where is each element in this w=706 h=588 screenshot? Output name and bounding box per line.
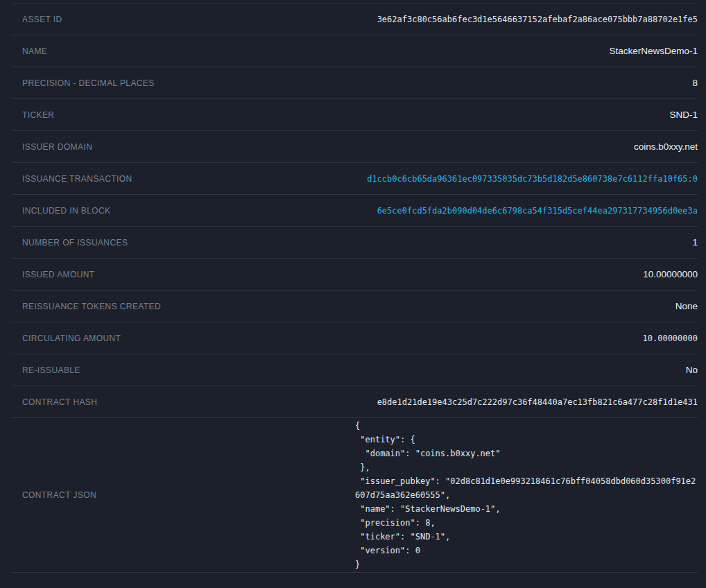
re-issuable-label: RE-ISSUABLE: [22, 365, 80, 375]
contract-hash-value: e8de1d21de19e43c25d7c222d97c36f48440a7ec…: [377, 397, 698, 407]
row-asset-id: ASSET ID 3e62af3c80c56ab6fec3d1e56466371…: [11, 3, 698, 35]
name-value: StackerNewsDemo-1: [609, 46, 698, 56]
issuer-domain-value: coins.b0xxy.net: [634, 141, 698, 152]
row-re-issuable: RE-ISSUABLE No: [11, 354, 698, 386]
row-circulating-amount: CIRCULATING AMOUNT 10.00000000: [11, 322, 698, 354]
row-precision: PRECISION - DECIMAL PLACES 8: [11, 67, 698, 99]
included-in-block-value: 6e5ce0fcd5fda2b090d04de6c6798ca54f315d5c…: [377, 206, 698, 216]
name-label: NAME: [22, 46, 47, 56]
number-of-issuances-label: NUMBER OF ISSUANCES: [22, 238, 128, 248]
circulating-amount-value: 10.00000000: [643, 334, 698, 343]
row-ticker: TICKER SND-1: [11, 99, 698, 131]
issued-amount-label: ISSUED AMOUNT: [22, 270, 95, 279]
ticker-value: SND-1: [669, 110, 698, 120]
number-of-issuances-value: 1: [692, 237, 698, 248]
row-contract-json: CONTRACT JSON { "entity": { "domain": "c…: [11, 418, 698, 573]
reissuance-tokens-created-value: None: [675, 301, 698, 311]
issuance-transaction-value: d1ccb0c6cb65da96361ec097335035dc73b5d182…: [367, 174, 698, 184]
row-contract-hash: CONTRACT HASH e8de1d21de19e43c25d7c222d9…: [11, 386, 698, 418]
row-issuance-transaction: ISSUANCE TRANSACTION d1ccb0c6cb65da96361…: [11, 163, 698, 195]
issuer-domain-label: ISSUER DOMAIN: [22, 142, 92, 152]
row-number-of-issuances: NUMBER OF ISSUANCES 1: [11, 227, 698, 259]
row-included-in-block: INCLUDED IN BLOCK 6e5ce0fcd5fda2b090d04d…: [11, 195, 698, 227]
ticker-label: TICKER: [22, 110, 54, 120]
row-name: NAME StackerNewsDemo-1: [11, 35, 698, 67]
re-issuable-value: No: [686, 365, 698, 375]
asset-details-table: ASSET ID 3e62af3c80c56ab6fec3d1e56466371…: [11, 3, 698, 573]
contract-hash-label: CONTRACT HASH: [22, 397, 97, 407]
circulating-amount-label: CIRCULATING AMOUNT: [22, 334, 121, 343]
row-reissuance-tokens-created: REISSUANCE TOKENS CREATED None: [11, 291, 698, 322]
issuance-transaction-link[interactable]: d1ccb0c6cb65da96361ec097335035dc73b5d182…: [367, 174, 698, 184]
asset-id-label: ASSET ID: [22, 15, 62, 24]
issuance-transaction-label: ISSUANCE TRANSACTION: [22, 174, 132, 184]
row-issued-amount: ISSUED AMOUNT 10.00000000: [11, 259, 698, 291]
precision-value: 8: [692, 78, 698, 88]
reissuance-tokens-created-label: REISSUANCE TOKENS CREATED: [22, 302, 161, 311]
included-in-block-label: INCLUDED IN BLOCK: [22, 206, 111, 216]
contract-json-label: CONTRACT JSON: [22, 490, 96, 500]
row-issuer-domain: ISSUER DOMAIN coins.b0xxy.net: [11, 131, 698, 163]
contract-json-code: { "entity": { "domain": "coins.b0xxy.net…: [355, 419, 698, 571]
included-in-block-link[interactable]: 6e5ce0fcd5fda2b090d04de6c6798ca54f315d5c…: [377, 206, 698, 216]
asset-id-value: 3e62af3c80c56ab6fec3d1e5646637152afebaf2…: [377, 15, 698, 24]
precision-label: PRECISION - DECIMAL PLACES: [22, 78, 155, 88]
issued-amount-value: 10.00000000: [643, 269, 698, 279]
